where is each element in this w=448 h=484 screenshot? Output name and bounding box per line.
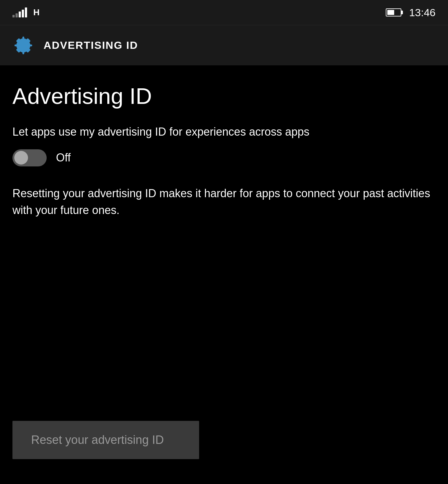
signal-bar-4 — [22, 10, 24, 17]
gear-icon — [12, 35, 34, 56]
clock: 13:46 — [409, 7, 436, 19]
network-type: H — [33, 7, 40, 17]
signal-bar-2 — [16, 13, 18, 17]
status-bar: H 13:46 — [0, 0, 448, 25]
advertising-id-toggle[interactable] — [12, 149, 47, 166]
reset-advertising-id-button[interactable]: Reset your advertising ID — [12, 421, 199, 459]
toggle-row: Off — [12, 149, 436, 166]
toggle-status: Off — [56, 151, 71, 164]
status-bar-right: 13:46 — [386, 7, 436, 19]
main-content: Advertising ID Let apps use my advertisi… — [0, 65, 448, 268]
battery-fill — [387, 10, 394, 15]
battery-icon — [386, 8, 403, 16]
signal-icon — [12, 7, 27, 17]
page-header: ADVERTISING ID — [0, 25, 448, 65]
toggle-label: Let apps use my advertising ID for exper… — [12, 124, 436, 140]
reset-button-container: Reset your advertising ID — [0, 421, 448, 459]
battery-tip — [401, 11, 403, 14]
page-title: Advertising ID — [12, 84, 436, 109]
description-text: Resetting your advertising ID makes it h… — [12, 185, 436, 219]
toggle-section: Let apps use my advertising ID for exper… — [12, 124, 436, 166]
signal-bar-5 — [25, 7, 27, 17]
status-bar-left: H — [12, 7, 40, 17]
toggle-thumb — [14, 151, 28, 165]
signal-bar-1 — [12, 15, 15, 17]
signal-bar-3 — [19, 12, 21, 17]
battery-body — [386, 8, 401, 16]
header-title: ADVERTISING ID — [44, 39, 138, 51]
